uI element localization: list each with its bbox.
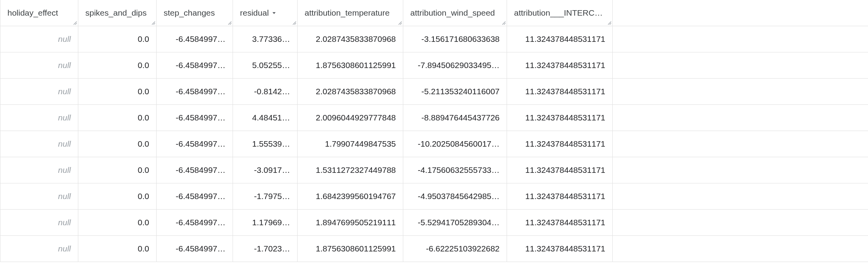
- cell-spikes_and_dips: 0.0: [78, 79, 157, 104]
- null-value: null: [58, 34, 71, 44]
- cell-residual: -1.7975…: [233, 183, 298, 209]
- column-header-holiday-effect[interactable]: holiday_effect: [0, 0, 78, 26]
- cell-attribution_wind_speed: -5.52941705289304…: [403, 210, 507, 235]
- cell-residual: 1.17969…: [233, 210, 298, 235]
- resize-handle-icon[interactable]: [227, 20, 233, 26]
- column-header-attribution-wind-speed[interactable]: attribution_wind_speed: [403, 0, 507, 26]
- cell-residual: -3.0917…: [233, 157, 298, 183]
- cell-holiday_effect: null: [0, 210, 78, 235]
- cell-spikes_and_dips: 0.0: [78, 105, 157, 131]
- cell-attribution_temperature: 1.8947699505219111: [298, 210, 403, 235]
- table-row[interactable]: null0.0-6.4584997…-1.7023…1.875630860112…: [0, 236, 868, 262]
- cell-holiday_effect: null: [0, 52, 78, 78]
- column-label: residual: [240, 8, 269, 18]
- table-body: null0.0-6.4584997…3.77336…2.028743583387…: [0, 26, 868, 262]
- cell-attribution___INTERCEPT: 11.324378448531171: [507, 26, 613, 52]
- column-header-attribution-temperature[interactable]: attribution_temperature: [298, 0, 403, 26]
- null-value: null: [58, 139, 71, 149]
- cell-attribution_temperature: 1.6842399560194767: [298, 183, 403, 209]
- null-value: null: [58, 192, 71, 201]
- cell-step_changes: -6.4584997…: [157, 52, 233, 78]
- column-label: attribution___INTERCEPT: [514, 8, 605, 18]
- cell-holiday_effect: null: [0, 105, 78, 131]
- null-value: null: [58, 165, 71, 175]
- resize-handle-icon[interactable]: [397, 20, 403, 26]
- cell-attribution_temperature: 1.8756308601125991: [298, 52, 403, 78]
- cell-step_changes: -6.4584997…: [157, 105, 233, 131]
- cell-spikes_and_dips: 0.0: [78, 26, 157, 52]
- cell-step_changes: -6.4584997…: [157, 236, 233, 262]
- cell-attribution_wind_speed: -6.62225103922682: [403, 236, 507, 262]
- table-row[interactable]: null0.0-6.4584997…-1.7975…1.684239956019…: [0, 183, 868, 210]
- table-row[interactable]: null0.0-6.4584997…-0.8142…2.028743583387…: [0, 79, 868, 105]
- cell-attribution___INTERCEPT: 11.324378448531171: [507, 52, 613, 78]
- table-row[interactable]: null0.0-6.4584997…5.05255…1.875630860112…: [0, 52, 868, 79]
- cell-attribution___INTERCEPT: 11.324378448531171: [507, 131, 613, 157]
- cell-residual: -1.7023…: [233, 236, 298, 262]
- cell-attribution___INTERCEPT: 11.324378448531171: [507, 105, 613, 131]
- null-value: null: [58, 244, 71, 253]
- column-label: holiday_effect: [7, 8, 58, 18]
- cell-attribution_temperature: 2.0287435833870968: [298, 79, 403, 104]
- cell-attribution_wind_speed: -10.2025084560017…: [403, 131, 507, 157]
- cell-step_changes: -6.4584997…: [157, 157, 233, 183]
- null-value: null: [58, 61, 71, 70]
- column-label: attribution_temperature: [305, 8, 390, 18]
- cell-spikes_and_dips: 0.0: [78, 157, 157, 183]
- table-row[interactable]: null0.0-6.4584997…1.17969…1.894769950521…: [0, 210, 868, 236]
- cell-spikes_and_dips: 0.0: [78, 52, 157, 78]
- cell-residual: 3.77336…: [233, 26, 298, 52]
- column-header-spikes-and-dips[interactable]: spikes_and_dips: [78, 0, 157, 26]
- sort-desc-icon[interactable]: [271, 10, 277, 16]
- cell-attribution_wind_speed: -8.889476445437726: [403, 105, 507, 131]
- table-row[interactable]: null0.0-6.4584997…1.55539…1.799074498475…: [0, 131, 868, 157]
- cell-attribution_wind_speed: -3.156171680633638: [403, 26, 507, 52]
- cell-attribution_temperature: 1.5311272327449788: [298, 157, 403, 183]
- cell-step_changes: -6.4584997…: [157, 131, 233, 157]
- cell-residual: 4.48451…: [233, 105, 298, 131]
- cell-attribution___INTERCEPT: 11.324378448531171: [507, 236, 613, 262]
- resize-handle-icon[interactable]: [151, 20, 156, 26]
- column-label: attribution_wind_speed: [410, 8, 495, 18]
- cell-spikes_and_dips: 0.0: [78, 131, 157, 157]
- cell-attribution___INTERCEPT: 11.324378448531171: [507, 157, 613, 183]
- cell-attribution___INTERCEPT: 11.324378448531171: [507, 183, 613, 209]
- cell-residual: -0.8142…: [233, 79, 298, 104]
- cell-attribution_temperature: 2.0096044929777848: [298, 105, 403, 131]
- null-value: null: [58, 218, 71, 227]
- cell-attribution_wind_speed: -4.95037845642985…: [403, 183, 507, 209]
- null-value: null: [58, 87, 71, 96]
- table-row[interactable]: null0.0-6.4584997…-3.0917…1.531127232744…: [0, 157, 868, 183]
- resize-handle-icon[interactable]: [292, 20, 297, 26]
- column-header-attribution-intercept[interactable]: attribution___INTERCEPT: [507, 0, 613, 26]
- cell-spikes_and_dips: 0.0: [78, 210, 157, 235]
- cell-holiday_effect: null: [0, 236, 78, 262]
- cell-step_changes: -6.4584997…: [157, 183, 233, 209]
- cell-holiday_effect: null: [0, 131, 78, 157]
- column-label: spikes_and_dips: [85, 8, 146, 18]
- column-header-residual[interactable]: residual: [233, 0, 298, 26]
- cell-step_changes: -6.4584997…: [157, 210, 233, 235]
- column-header-step-changes[interactable]: step_changes: [157, 0, 233, 26]
- cell-step_changes: -6.4584997…: [157, 26, 233, 52]
- cell-spikes_and_dips: 0.0: [78, 236, 157, 262]
- cell-holiday_effect: null: [0, 183, 78, 209]
- table-row[interactable]: null0.0-6.4584997…4.48451…2.009604492977…: [0, 105, 868, 131]
- cell-attribution_temperature: 2.0287435833870968: [298, 26, 403, 52]
- resize-handle-icon[interactable]: [607, 20, 612, 26]
- data-table: holiday_effect spikes_and_dips step_chan…: [0, 0, 868, 262]
- resize-handle-icon[interactable]: [501, 20, 507, 26]
- column-label: step_changes: [164, 8, 215, 18]
- table-header-row: holiday_effect spikes_and_dips step_chan…: [0, 0, 868, 26]
- resize-handle-icon[interactable]: [72, 20, 78, 26]
- cell-holiday_effect: null: [0, 157, 78, 183]
- cell-residual: 5.05255…: [233, 52, 298, 78]
- cell-attribution_wind_speed: -4.17560632555733…: [403, 157, 507, 183]
- cell-spikes_and_dips: 0.0: [78, 183, 157, 209]
- cell-attribution_wind_speed: -5.211353240116007: [403, 79, 507, 104]
- cell-holiday_effect: null: [0, 79, 78, 104]
- null-value: null: [58, 113, 71, 122]
- cell-attribution_wind_speed: -7.89450629033495…: [403, 52, 507, 78]
- cell-attribution_temperature: 1.79907449847535: [298, 131, 403, 157]
- table-row[interactable]: null0.0-6.4584997…3.77336…2.028743583387…: [0, 26, 868, 52]
